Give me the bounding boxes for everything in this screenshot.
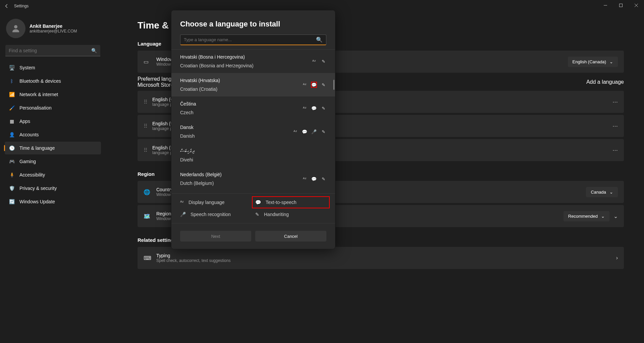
display-language-icon: ᴬᶻ bbox=[302, 176, 308, 182]
scrollbar-thumb[interactable] bbox=[333, 80, 334, 90]
svg-rect-1 bbox=[620, 4, 623, 7]
language-option[interactable]: Hrvatski (Bosna i Hercegovina)Croatian (… bbox=[171, 50, 335, 73]
sidebar-item-gaming[interactable]: 🎮Gaming bbox=[5, 155, 101, 168]
handwriting-icon: ✎ bbox=[320, 82, 326, 88]
mic-icon: 🎤 bbox=[311, 129, 317, 135]
svg-point-2 bbox=[14, 25, 17, 28]
accessibility-icon: 🧍 bbox=[9, 172, 15, 178]
handwriting-icon: ✎ bbox=[320, 105, 326, 111]
cancel-button[interactable]: Cancel bbox=[255, 231, 326, 242]
monitor-icon: 🖥️ bbox=[9, 65, 15, 71]
display-icon: ▭ bbox=[144, 59, 150, 65]
globe-icon: 🌐 bbox=[144, 189, 150, 195]
maximize-button[interactable] bbox=[613, 0, 629, 11]
display-language-icon: ᴬᶻ bbox=[302, 82, 308, 88]
sidebar-item-network[interactable]: 📶Network & internet bbox=[5, 88, 101, 101]
drag-handle-icon[interactable]: ⠿ bbox=[144, 147, 148, 153]
user-email: ankitbanerjee@LIVE.COM bbox=[30, 29, 77, 33]
language-option[interactable]: Nederlands (Nederland)Dutch (Netherlands… bbox=[171, 191, 335, 193]
sidebar-item-privacy[interactable]: 🛡️Privacy & security bbox=[5, 182, 101, 195]
legend-handwriting: ✎Handwriting bbox=[255, 212, 326, 217]
tts-icon: 💬 bbox=[311, 82, 317, 88]
dialog-footer: Next Cancel bbox=[171, 223, 335, 249]
back-button[interactable] bbox=[1, 1, 12, 11]
search-input[interactable] bbox=[9, 48, 91, 53]
regional-dropdown[interactable]: Recommended⌄ bbox=[564, 211, 609, 221]
chevron-right-icon: › bbox=[616, 255, 618, 261]
minimize-button[interactable] bbox=[598, 0, 613, 11]
user-name: Ankit Banerjee bbox=[30, 23, 77, 29]
search-icon: 🔍 bbox=[91, 48, 97, 53]
tts-icon: 💬 bbox=[302, 129, 308, 135]
user-profile[interactable]: Ankit Banerjee ankitbanerjee@LIVE.COM bbox=[3, 17, 102, 44]
sidebar-item-windows-update[interactable]: 🔄Windows Update bbox=[5, 195, 101, 208]
language-option[interactable]: Nederlands (België)Dutch (Belgium)ᴬᶻ💬✎ bbox=[171, 167, 335, 191]
legend-speech: 🎤Speech recognition bbox=[180, 212, 251, 217]
nav: 🖥️System ᛒBluetooth & devices 📶Network &… bbox=[3, 61, 102, 208]
sidebar-item-bluetooth[interactable]: ᛒBluetooth & devices bbox=[5, 75, 101, 87]
handwriting-icon: ✎ bbox=[255, 212, 259, 217]
grid-icon: ▦ bbox=[9, 118, 15, 124]
window-controls bbox=[598, 0, 644, 11]
close-button[interactable] bbox=[629, 0, 644, 11]
brush-icon: 🖌️ bbox=[9, 105, 15, 111]
clock-globe-icon: 🕒 bbox=[9, 145, 15, 151]
sidebar-item-personalisation[interactable]: 🖌️Personalisation bbox=[5, 101, 101, 114]
person-icon: 👤 bbox=[9, 132, 15, 138]
wifi-icon: 📶 bbox=[9, 91, 15, 97]
more-icon[interactable]: ⋯ bbox=[612, 123, 618, 129]
language-option[interactable]: DanskDanishᴬᶻ💬🎤✎ bbox=[171, 120, 335, 143]
dialog-title: Choose a language to install bbox=[180, 20, 326, 28]
display-language-icon: ᴬᶻ bbox=[302, 105, 308, 111]
window-title: Settings bbox=[14, 4, 29, 8]
drag-handle-icon[interactable]: ⠿ bbox=[144, 99, 148, 105]
handwriting-icon: ✎ bbox=[320, 58, 326, 64]
more-icon[interactable]: ⋯ bbox=[612, 99, 618, 105]
update-icon: 🔄 bbox=[9, 199, 15, 205]
mic-icon: 🎤 bbox=[180, 212, 186, 217]
dialog-search-input[interactable] bbox=[184, 37, 316, 42]
legend-tts: 💬Text-to-speech bbox=[252, 196, 330, 208]
choose-language-dialog: Choose a language to install 🔍 Hrvatski … bbox=[171, 10, 335, 249]
language-option[interactable]: ދިވެހިބަސްDivehi bbox=[171, 143, 335, 167]
sidebar: Ankit Banerjee ankitbanerjee@LIVE.COM 🔍 … bbox=[3, 17, 102, 208]
display-language-icon: ᴬᶻ bbox=[311, 58, 317, 64]
chevron-down-icon: ⌄ bbox=[609, 59, 613, 64]
more-icon[interactable]: ⋯ bbox=[612, 147, 618, 153]
add-language-button[interactable]: Add a language bbox=[586, 79, 624, 85]
handwriting-icon: ✎ bbox=[320, 176, 326, 182]
expand-chevron-icon[interactable]: ⌄ bbox=[613, 213, 618, 219]
bluetooth-icon: ᛒ bbox=[9, 78, 15, 84]
sidebar-item-time-language[interactable]: 🕒Time & language bbox=[5, 142, 101, 154]
tts-icon: 💬 bbox=[311, 176, 317, 182]
tts-icon: 💬 bbox=[311, 105, 317, 111]
display-language-icon: ᴬᶻ bbox=[292, 129, 298, 135]
language-option[interactable]: ČeštinaCzechᴬᶻ💬✎ bbox=[171, 96, 335, 120]
language-icon: 🗺️ bbox=[144, 213, 150, 219]
drag-handle-icon[interactable]: ⠿ bbox=[144, 123, 148, 129]
country-dropdown[interactable]: Canada⌄ bbox=[586, 187, 618, 197]
language-list[interactable]: Hrvatski (Bosna i Hercegovina)Croatian (… bbox=[171, 49, 335, 193]
next-button[interactable]: Next bbox=[180, 231, 251, 242]
sidebar-item-system[interactable]: 🖥️System bbox=[5, 61, 101, 74]
typing-card[interactable]: ⌨ TypingSpell check, autocorrect, text s… bbox=[138, 247, 624, 269]
display-language-dropdown[interactable]: English (Canada)⌄ bbox=[568, 57, 618, 67]
sidebar-item-apps[interactable]: ▦Apps bbox=[5, 115, 101, 128]
language-option[interactable]: Hrvatski (Hrvatska)Croatian (Croatia)ᴬᶻ💬… bbox=[171, 73, 335, 96]
avatar bbox=[6, 19, 25, 38]
sidebar-search[interactable]: 🔍 bbox=[5, 45, 100, 56]
search-icon: 🔍 bbox=[316, 37, 323, 43]
display-language-icon: ᴬᶻ bbox=[180, 200, 184, 205]
tts-icon: 💬 bbox=[255, 200, 261, 205]
shield-icon: 🛡️ bbox=[9, 185, 15, 191]
sidebar-item-accounts[interactable]: 👤Accounts bbox=[5, 128, 101, 141]
legend-display: ᴬᶻDisplay language bbox=[180, 200, 251, 205]
dialog-search[interactable]: 🔍 bbox=[180, 35, 326, 45]
gamepad-icon: 🎮 bbox=[9, 158, 15, 164]
sidebar-item-accessibility[interactable]: 🧍Accessibility bbox=[5, 168, 101, 181]
keyboard-icon: ⌨ bbox=[144, 255, 150, 261]
chevron-down-icon: ⌄ bbox=[609, 190, 613, 195]
chevron-down-icon: ⌄ bbox=[601, 214, 605, 219]
handwriting-icon: ✎ bbox=[320, 129, 326, 135]
dialog-legend: ᴬᶻDisplay language 💬Text-to-speech 🎤Spee… bbox=[171, 193, 335, 223]
